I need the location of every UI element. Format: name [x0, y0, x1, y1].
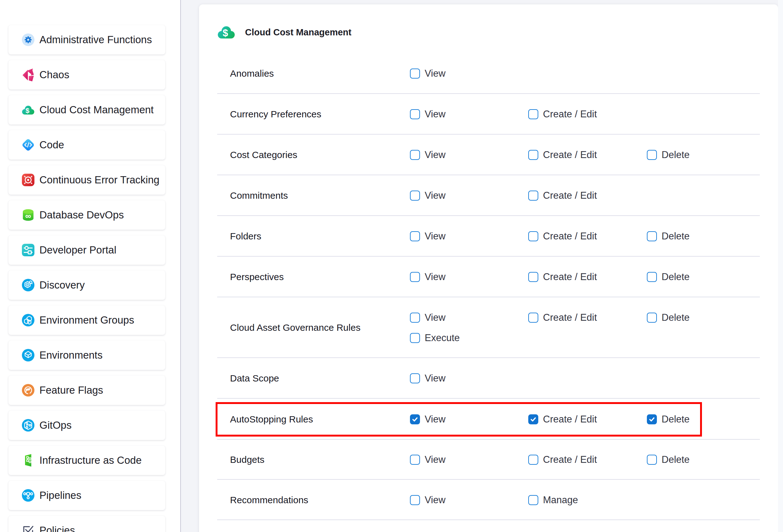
svg-text:$: $	[222, 28, 228, 38]
svg-text:∞: ∞	[25, 211, 31, 221]
svg-text:$: $	[26, 106, 30, 114]
